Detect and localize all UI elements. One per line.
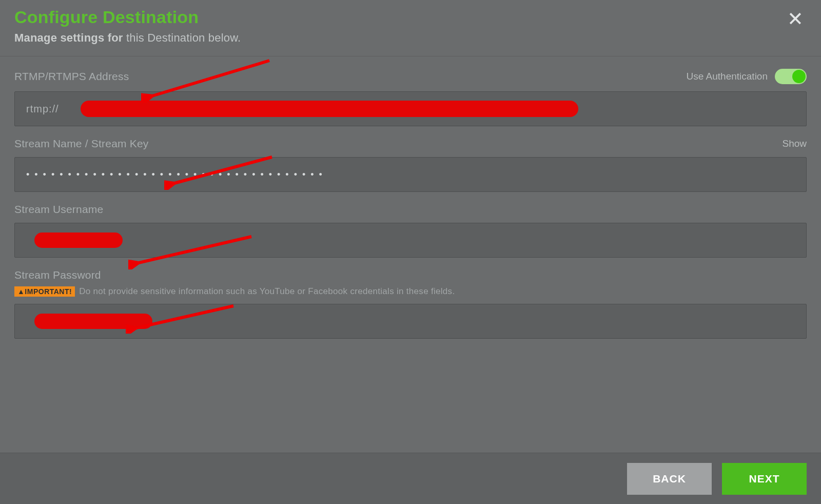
redaction-bar [34,232,123,248]
password-label: Stream Password [14,269,807,281]
password-field-block: Stream Password ▲IMPORTANT! Do not provi… [14,269,807,339]
username-label-row: Stream Username [14,203,807,216]
auth-toggle-group: Use Authentication [687,69,807,84]
important-row: ▲IMPORTANT! Do not provide sensitive inf… [14,286,807,297]
dialog-subtitle: Manage settings for this Destination bel… [14,31,784,45]
streamkey-masked-value: •••••••••••••••••••••••••••••••••••• [26,169,327,180]
redaction-bar [81,101,578,117]
auth-toggle[interactable] [775,69,807,84]
rtmp-label: RTMP/RTMPS Address [14,70,129,83]
rtmp-field-block: RTMP/RTMPS Address Use Authentication rt… [14,69,807,126]
toggle-knob-icon [792,70,806,83]
close-icon[interactable]: ✕ [784,7,807,31]
username-input[interactable] [14,223,807,258]
username-field-block: Stream Username [14,203,807,258]
dialog-header: Configure Destination Manage settings fo… [0,0,821,56]
rtmp-value-prefix: rtmp:// [26,103,59,115]
subtitle-bold: Manage settings for [14,31,123,44]
next-button[interactable]: NEXT [722,463,807,495]
dialog-title: Configure Destination [14,7,784,27]
back-button[interactable]: BACK [627,463,712,495]
streamkey-label-row: Stream Name / Stream Key Show [14,138,807,150]
streamkey-field-block: Stream Name / Stream Key Show ••••••••••… [14,138,807,192]
rtmp-input[interactable]: rtmp:// [14,91,807,126]
show-key-link[interactable]: Show [782,138,807,149]
password-input[interactable] [14,304,807,339]
subtitle-rest: this Destination below. [123,31,241,44]
configure-destination-dialog: Configure Destination Manage settings fo… [0,0,821,504]
important-text: Do not provide sensitive information suc… [79,286,455,297]
username-label: Stream Username [14,203,103,216]
dialog-footer: BACK NEXT [0,453,821,504]
streamkey-input[interactable]: •••••••••••••••••••••••••••••••••••• [14,157,807,192]
form-area: RTMP/RTMPS Address Use Authentication rt… [0,56,821,356]
header-text: Configure Destination Manage settings fo… [14,7,784,45]
important-badge: ▲IMPORTANT! [14,286,75,297]
redaction-bar [34,314,152,329]
streamkey-label: Stream Name / Stream Key [14,138,149,150]
auth-label: Use Authentication [687,71,768,82]
rtmp-label-row: RTMP/RTMPS Address Use Authentication [14,69,807,84]
